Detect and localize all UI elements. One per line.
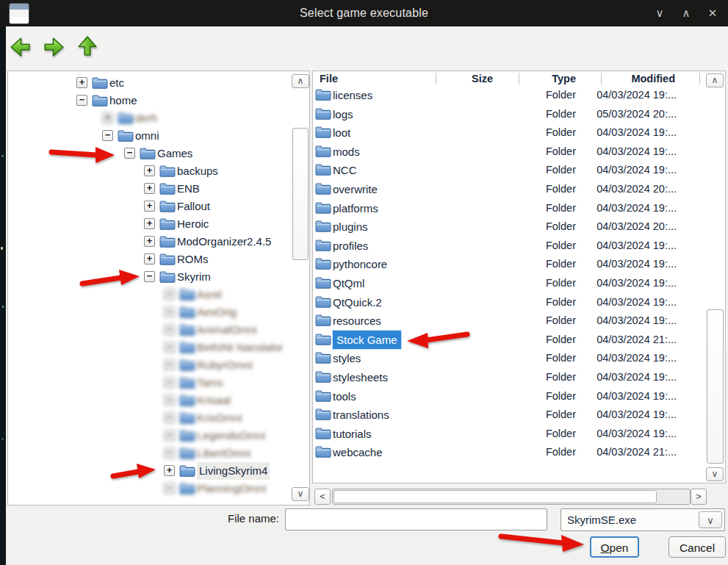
tree-item-redacted[interactable]: −LegendsOmni bbox=[8, 427, 302, 445]
file-row[interactable]: licensesFolder04/03/2024 19:... bbox=[313, 86, 706, 104]
tree-scroll-up-button[interactable]: ∧ bbox=[292, 74, 309, 88]
tree-item[interactable]: +ModOrganizer2.4.5 bbox=[8, 233, 302, 251]
file-row[interactable]: Stock GameFolder04/03/2024 21:... bbox=[313, 331, 706, 349]
forward-button[interactable] bbox=[43, 36, 65, 59]
filelist-scroll-up-button[interactable]: ∧ bbox=[706, 73, 724, 87]
tree-item[interactable]: −omni bbox=[8, 127, 302, 145]
file-row[interactable]: overwriteFolder04/03/2024 20:... bbox=[313, 180, 706, 198]
collapse-icon[interactable]: − bbox=[164, 342, 175, 353]
file-row[interactable]: QtQuick.2Folder04/03/2024 19:... bbox=[313, 293, 706, 312]
expand-icon[interactable]: + bbox=[144, 253, 155, 264]
collapse-icon[interactable]: − bbox=[144, 271, 155, 282]
hscroll-right-button[interactable]: > bbox=[691, 489, 707, 505]
collapse-icon[interactable]: − bbox=[164, 395, 175, 406]
tree-item-redacted[interactable]: −AnimalOmni bbox=[8, 321, 302, 339]
cancel-button[interactable]: Cancel bbox=[668, 536, 726, 558]
tree-item[interactable]: +Fallout bbox=[8, 198, 302, 215]
file-row[interactable]: pluginsFolder04/03/2024 20:... bbox=[313, 217, 706, 236]
tree-item-label: backups bbox=[177, 162, 218, 180]
file-row[interactable]: webcacheFolder04/03/2024 21:... bbox=[313, 443, 706, 461]
file-row[interactable]: QtQmlFolder04/03/2024 19:... bbox=[313, 274, 706, 292]
file-modified: 04/03/2024 19:... bbox=[597, 161, 677, 179]
collapse-icon[interactable]: − bbox=[164, 430, 175, 441]
tree-item-redacted[interactable]: −LibertOmni bbox=[8, 445, 302, 462]
expand-icon[interactable]: + bbox=[144, 183, 155, 194]
file-row[interactable]: NCCFolder04/03/2024 19:... bbox=[313, 161, 706, 179]
tree-item-redacted[interactable]: −AexOrig bbox=[8, 303, 302, 321]
file-row[interactable]: toolsFolder04/03/2024 19:... bbox=[313, 387, 706, 406]
expand-icon[interactable]: + bbox=[144, 218, 155, 229]
file-row[interactable]: tutorialsFolder04/03/2024 19:... bbox=[313, 425, 706, 443]
tree-item-redacted[interactable]: −BethINI Nanslalor bbox=[8, 339, 302, 356]
file-row[interactable]: pythoncoreFolder04/03/2024 19:... bbox=[313, 255, 706, 273]
file-modified: 04/03/2024 19:... bbox=[597, 86, 677, 104]
file-row[interactable]: stylesFolder04/03/2024 19:... bbox=[313, 349, 706, 367]
tree-item-redacted[interactable]: −Krisaal bbox=[8, 392, 302, 409]
file-type: Folder bbox=[546, 443, 576, 461]
collapse-icon[interactable]: − bbox=[164, 377, 175, 388]
file-row[interactable]: resourcesFolder04/03/2024 19:... bbox=[313, 312, 706, 330]
hscroll-track[interactable] bbox=[332, 489, 691, 505]
file-row[interactable]: platformsFolder04/03/2024 19:... bbox=[313, 199, 706, 217]
collapse-icon[interactable]: − bbox=[164, 447, 175, 458]
expand-icon[interactable]: + bbox=[164, 465, 175, 476]
tree-item-redacted[interactable]: −PlanningOmni bbox=[8, 480, 302, 497]
maximize-icon[interactable]: ∧ bbox=[678, 7, 694, 20]
expand-icon[interactable]: + bbox=[144, 165, 155, 176]
collapse-icon[interactable]: − bbox=[164, 306, 175, 317]
up-arrow-icon bbox=[76, 35, 98, 58]
file-row[interactable]: modsFolder04/03/2024 19:... bbox=[313, 143, 706, 161]
folder-icon bbox=[179, 394, 195, 407]
filelist-scrollbar-thumb[interactable] bbox=[707, 309, 724, 464]
tree-item-redacted[interactable]: +derh bbox=[8, 109, 302, 127]
collapse-icon[interactable]: − bbox=[164, 412, 175, 423]
column-header-modified[interactable]: Modified bbox=[631, 71, 675, 86]
filelist-scroll-down-button[interactable]: ∨ bbox=[706, 467, 724, 481]
collapse-icon[interactable]: − bbox=[102, 130, 113, 141]
file-row[interactable]: stylesheetsFolder04/03/2024 19:... bbox=[313, 368, 706, 386]
collapse-icon[interactable]: − bbox=[164, 483, 175, 494]
folder-icon bbox=[159, 200, 176, 213]
expand-icon[interactable]: + bbox=[102, 112, 113, 123]
column-header-size[interactable]: Size bbox=[472, 71, 493, 86]
tree-item[interactable]: +Heroic bbox=[8, 215, 302, 233]
tree-item-redacted[interactable]: −RubyrOmni bbox=[8, 356, 302, 374]
file-row[interactable]: logsFolder05/03/2024 20:... bbox=[313, 105, 706, 123]
tree-scroll-down-button[interactable]: ∨ bbox=[292, 487, 309, 501]
open-button[interactable]: Open bbox=[590, 536, 639, 558]
tree-item[interactable]: −home bbox=[8, 92, 302, 109]
expand-icon[interactable]: + bbox=[76, 77, 87, 88]
collapse-icon[interactable]: − bbox=[76, 95, 87, 106]
up-button[interactable] bbox=[76, 35, 98, 57]
tree-item-redacted[interactable]: −Asrel bbox=[8, 286, 302, 303]
file-type-dropdown[interactable]: SkyrimSE.exe ∨ bbox=[561, 508, 725, 531]
column-header-file[interactable]: File bbox=[320, 71, 338, 86]
collapse-icon[interactable]: − bbox=[124, 148, 135, 159]
tree-item[interactable]: −Skyrim bbox=[8, 268, 302, 286]
folder-icon bbox=[179, 306, 195, 319]
close-icon[interactable]: ✕ bbox=[704, 7, 721, 20]
file-row[interactable]: lootFolder04/03/2024 19:... bbox=[313, 123, 706, 142]
tree-item[interactable]: +etc bbox=[8, 74, 302, 92]
file-list: File Size Type Modified licensesFolder04… bbox=[312, 71, 726, 483]
tree-item[interactable]: +ROMs bbox=[8, 251, 302, 268]
minimize-icon[interactable]: ∨ bbox=[652, 7, 668, 20]
hscroll-thumb[interactable] bbox=[334, 490, 657, 503]
back-button[interactable] bbox=[10, 36, 32, 59]
file-name-input[interactable] bbox=[285, 508, 547, 530]
file-row[interactable]: profilesFolder04/03/2024 19:... bbox=[313, 237, 706, 255]
hscroll-left-button[interactable]: < bbox=[314, 489, 331, 505]
collapse-icon[interactable]: − bbox=[164, 289, 175, 300]
tree-scrollbar-thumb[interactable] bbox=[292, 128, 309, 260]
collapse-icon[interactable]: − bbox=[164, 359, 175, 370]
expand-icon[interactable]: + bbox=[144, 201, 155, 212]
collapse-icon[interactable]: − bbox=[164, 324, 175, 335]
tree-item[interactable]: +ENB bbox=[8, 180, 302, 198]
expand-icon[interactable]: + bbox=[144, 236, 155, 247]
column-header-type[interactable]: Type bbox=[552, 71, 576, 86]
file-row[interactable]: translationsFolder04/03/2024 19:... bbox=[313, 406, 706, 424]
tree-item-redacted[interactable]: −KrisOmni bbox=[8, 409, 302, 427]
tree-item-redacted[interactable]: −Tams bbox=[8, 374, 302, 392]
tree-item[interactable]: +backups bbox=[8, 162, 302, 180]
dropdown-chevron-icon[interactable]: ∨ bbox=[699, 511, 722, 528]
